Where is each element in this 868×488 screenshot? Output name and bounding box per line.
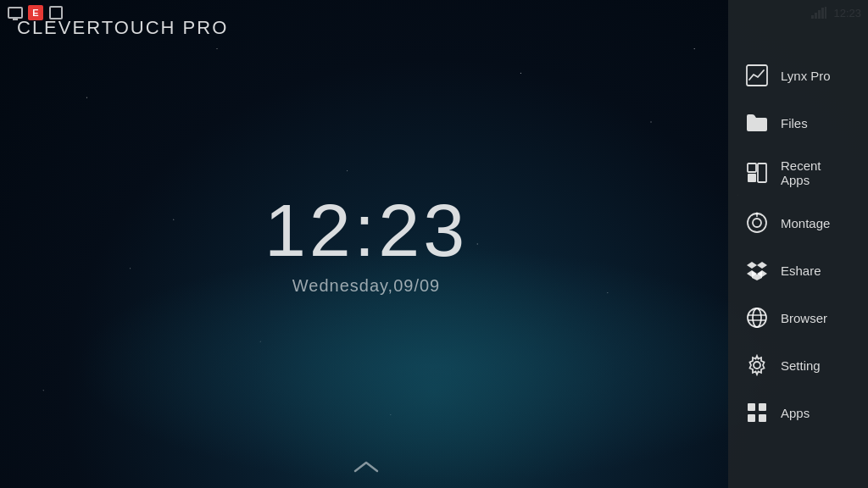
sidebar-item-browser[interactable]: Browser — [728, 294, 868, 341]
files-label: Files — [781, 116, 808, 130]
dropbox-icon — [745, 258, 769, 282]
svg-rect-25 — [748, 414, 755, 422]
logo: CLEVERTOUCH PRO — [17, 17, 228, 39]
camera-icon — [745, 211, 769, 235]
browser-label: Browser — [781, 311, 827, 325]
sidebar-item-montage[interactable]: Montage — [728, 199, 868, 247]
sidebar-item-recent-apps[interactable]: Recent Apps — [728, 147, 868, 199]
sidebar-item-apps[interactable]: Apps — [728, 389, 868, 436]
grid-icon — [745, 401, 769, 424]
svg-marker-14 — [757, 262, 767, 269]
sidebar-item-eshare[interactable]: Eshare — [728, 247, 868, 294]
svg-point-18 — [748, 308, 766, 327]
recent-icon — [745, 161, 769, 185]
center-panel: 12:23 Wednesday,09/09 — [264, 193, 468, 296]
eshare-label: Eshare — [781, 263, 821, 278]
svg-rect-24 — [759, 403, 766, 411]
svg-marker-13 — [747, 262, 757, 269]
svg-marker-17 — [752, 271, 762, 280]
svg-rect-23 — [748, 403, 755, 411]
sidebar: Lynx Pro Files Recent Apps — [728, 0, 868, 488]
main-date: Wednesday,09/09 — [264, 276, 468, 296]
globe-icon — [745, 306, 769, 330]
gear-icon — [745, 353, 769, 377]
svg-rect-6 — [748, 164, 756, 172]
recent-apps-label: Recent Apps — [781, 158, 851, 187]
svg-rect-7 — [748, 174, 756, 182]
main-clock: 12:23 — [264, 193, 468, 268]
svg-rect-26 — [759, 414, 766, 422]
apps-label: Apps — [781, 406, 810, 420]
montage-label: Montage — [781, 216, 830, 230]
sidebar-item-setting[interactable]: Setting — [728, 341, 868, 389]
chart-icon — [745, 64, 769, 87]
svg-rect-5 — [747, 65, 767, 86]
svg-rect-8 — [758, 164, 766, 182]
svg-point-10 — [753, 219, 761, 227]
sidebar-item-files[interactable]: Files — [728, 99, 868, 147]
svg-point-22 — [754, 362, 760, 369]
setting-label: Setting — [781, 358, 821, 373]
lynx-pro-label: Lynx Pro — [781, 69, 831, 83]
sidebar-item-lynx-pro[interactable]: Lynx Pro — [728, 52, 868, 99]
swipe-up-indicator — [353, 459, 379, 478]
svg-point-19 — [753, 308, 761, 327]
folder-icon — [745, 111, 769, 135]
logo-text: CLEVERTOUCH PRO — [17, 17, 228, 39]
